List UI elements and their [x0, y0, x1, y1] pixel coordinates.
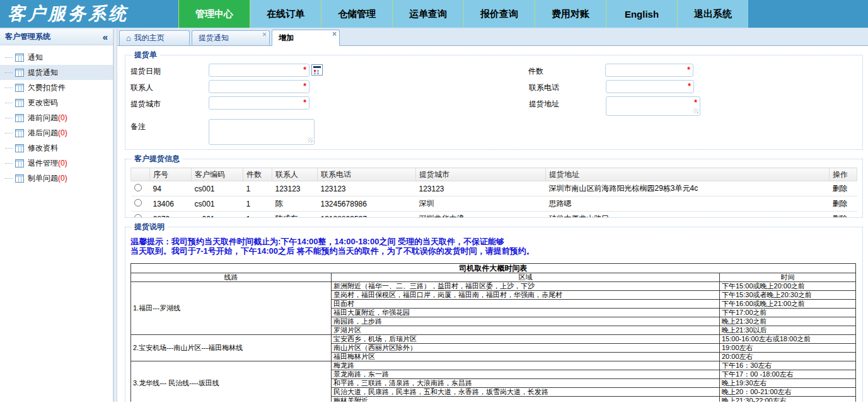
sidebar-item-pre-port-issues[interactable]: 港前问题 (0) [0, 110, 113, 125]
pickup-city-label: 提货城市 [130, 96, 209, 110]
nav-item-warehouse-management[interactable]: 仓储管理 [321, 0, 392, 28]
sidebar-item-arrears-hold[interactable]: 欠费扣货件 [0, 80, 113, 95]
row-select-radio[interactable] [134, 184, 142, 191]
collapse-sidebar-icon[interactable]: « [103, 32, 108, 42]
sidebar-item-label: 提货通知 [28, 67, 58, 78]
route-name: 3.龙华线--- 民治线----坂田线 [131, 361, 332, 402]
list-icon [15, 129, 24, 137]
time-cell: 晚上20：00-21:00左右 [720, 388, 856, 397]
tab-label: 增加 [279, 33, 294, 43]
region-cell: 新洲附近（福华一、二、三路），益田村，福田区委，上沙，下沙 [332, 282, 720, 291]
schedule-row: 3.龙华线--- 民治线----坂田线 梅龙路 下午16：30左右 [131, 361, 856, 370]
content-panel: 提货单 提货日期 * 件数 * 联系人 [117, 46, 868, 402]
sidebar-item-post-port-issues[interactable]: 港后问题 (0) [0, 125, 113, 140]
pickup-city-input[interactable] [209, 96, 310, 110]
sidebar-item-label: 退件管理 [28, 158, 58, 169]
col-select [131, 168, 150, 181]
close-icon[interactable]: × [332, 31, 337, 38]
tab-label: 提货通知 [199, 33, 229, 43]
phone-input[interactable] [606, 80, 694, 93]
required-asterisk: * [303, 98, 306, 107]
region-cell: 和平路，三联路，清泉路，大浪南路，东昌路 [332, 379, 720, 388]
tree-line [5, 163, 13, 164]
table-row: 13406 cs001 1 陈 13245678986 深圳 思路嗯 删除 [131, 196, 857, 212]
cell-customer-code: cs001 [192, 196, 243, 212]
time-cell: 下午15:30或者晚上20:30之前 [720, 291, 856, 300]
list-icon [15, 69, 24, 77]
region-cell: 福田大厦附近，华强花园 [332, 309, 720, 317]
calendar-icon[interactable] [311, 64, 323, 76]
notice-line-2: 当天取到。我司于7-1号开始，下午14:00之后 将不能预约当天的取件，为了不耽… [130, 246, 857, 256]
tree-line [5, 148, 13, 149]
delete-link[interactable]: 删除 [830, 212, 857, 219]
pickup-instructions-section: 提货说明 温馨提示：我司预约当天取件时间截止为:下午14:00整，14:00-1… [125, 222, 863, 402]
sidebar-item-edit-profile[interactable]: 修改资料 [0, 140, 113, 156]
sidebar-item-label: 港前问题 [28, 113, 58, 123]
time-cell: 晚上21:30之前 [720, 317, 856, 326]
delete-link[interactable]: 删除 [830, 196, 857, 212]
main-nav: 管理中心 在线订单 仓储管理 运单查询 报价查询 费用对账 English 退出… [178, 0, 748, 28]
required-asterisk: * [688, 82, 691, 91]
tab-pickup-notice[interactable]: 提货通知 × [192, 30, 270, 45]
cell-customer-code: cs001 [192, 212, 243, 219]
list-icon [15, 159, 24, 167]
sidebar-item-label: 更改密码 [28, 98, 58, 108]
row-select-radio[interactable] [134, 214, 142, 218]
tree-line [5, 72, 13, 73]
pickup-instructions-legend: 提货说明 [132, 222, 167, 232]
remark-input[interactable] [209, 119, 315, 145]
region-cell: 南山片区（西丽片区除外） [332, 344, 720, 353]
qty-label: 件数 [528, 64, 605, 77]
pickup-date-input[interactable] [209, 64, 310, 77]
route-name: 2.宝安机场---南山片区---福田梅林线 [131, 335, 332, 361]
pickup-address-input[interactable] [606, 96, 700, 116]
cell-address: 思路嗯 [546, 196, 830, 212]
region-cell: 梅龙路 [332, 361, 720, 370]
nav-item-quote-query[interactable]: 报价查询 [463, 0, 535, 28]
schedule-col-route: 线路 [131, 273, 332, 282]
tree-line [5, 57, 13, 58]
cell-phone: 13128803527 [318, 212, 416, 219]
schedule-col-time: 时间 [720, 273, 856, 282]
row-select-radio[interactable] [134, 199, 142, 207]
sidebar-item-returns-management[interactable]: 退件管理 (0) [0, 156, 113, 171]
time-cell: 下午17:00之前 [720, 309, 856, 317]
sidebar-item-label: 欠费扣货件 [28, 82, 66, 93]
driver-pickup-schedule-table: 司机取件大概时间表 线路 区域 时间 1.福田---罗湖线 新洲附近（福华一、二… [130, 263, 856, 402]
sidebar-item-billing-issues[interactable]: 制单问题 (0) [0, 171, 113, 186]
nav-item-fee-reconciliation[interactable]: 费用对账 [535, 0, 606, 28]
tab-add[interactable]: 增加 × [272, 30, 340, 46]
contact-input[interactable] [209, 80, 310, 93]
qty-input[interactable] [605, 64, 693, 77]
cell-qty: 1 [243, 196, 272, 212]
schedule-title: 司机取件大概时间表 [131, 264, 856, 273]
required-asterisk: * [687, 65, 690, 74]
tab-my-home[interactable]: ⌂ 我的主页 [119, 30, 190, 45]
sidebar-item-change-password[interactable]: 更改密码 [0, 95, 113, 110]
col-phone: 联系电话 [318, 168, 416, 181]
nav-item-online-orders[interactable]: 在线订单 [250, 0, 321, 28]
close-icon[interactable]: × [262, 31, 267, 38]
tab-bar: ⌂ 我的主页 提货通知 × 增加 × [117, 29, 868, 46]
sidebar-item-count: (0) [58, 159, 67, 167]
schedule-row: 2.宝安机场---南山片区---福田梅林线 宝安西乡，机场，后瑞片区 15:00… [131, 335, 856, 344]
region-cell: 梅林关附近 [332, 397, 720, 402]
main-panel: ⌂ 我的主页 提货通知 × 增加 × 提货单 提货日期 * [117, 29, 868, 402]
region-cell: 南园路，上步路 [332, 317, 720, 326]
nav-item-english[interactable]: English [606, 0, 677, 28]
list-icon [15, 144, 24, 152]
sidebar-item-pickup-notice[interactable]: 提货通知 [0, 65, 113, 80]
sidebar-item-notifications[interactable]: 通知 [0, 50, 113, 65]
sidebar: 客户管理系统 « 通知 提货通知 欠费扣货件 [0, 29, 113, 402]
nav-item-waybill-query[interactable]: 运单查询 [392, 0, 463, 28]
app-header: 客户服务系统 管理中心 在线订单 仓储管理 运单查询 报价查询 费用对账 Eng… [0, 0, 868, 29]
sidebar-item-count: (0) [58, 128, 67, 137]
nav-item-management-center[interactable]: 管理中心 [178, 0, 250, 28]
delete-link[interactable]: 删除 [830, 181, 857, 196]
region-cell: 田面村 [332, 300, 720, 309]
required-asterisk: * [694, 98, 697, 107]
col-city: 提货城市 [416, 168, 546, 181]
nav-item-logout[interactable]: 退出系统 [677, 0, 748, 28]
list-icon [15, 99, 24, 107]
cell-city: 123123 [416, 181, 546, 196]
